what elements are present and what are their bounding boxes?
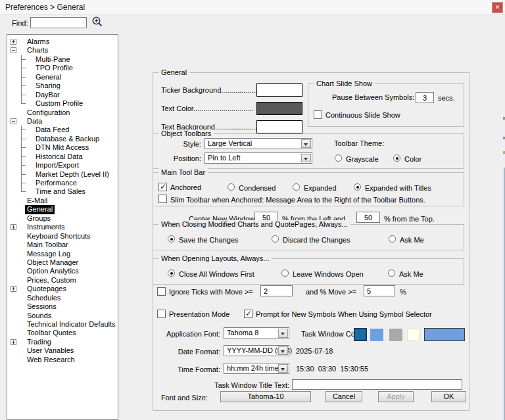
tree-item-alarms[interactable]: Alarms bbox=[7, 37, 118, 46]
tree-item-performance[interactable]: Performance bbox=[7, 179, 118, 187]
chevron-down-icon[interactable] bbox=[301, 154, 311, 162]
tree-item-message-log[interactable]: Message Log bbox=[7, 250, 118, 258]
tree-item-quotepages[interactable]: Quotepages bbox=[7, 285, 118, 293]
tree-branch-tick bbox=[22, 147, 26, 148]
tree-item-data-feed[interactable]: Data Feed bbox=[7, 126, 118, 134]
anchored-label: Anchored bbox=[170, 183, 201, 192]
tree-item-web-research[interactable]: Web Research bbox=[7, 356, 118, 364]
text-background-swatch[interactable] bbox=[256, 120, 302, 133]
grayscale-radio[interactable] bbox=[335, 154, 342, 162]
tree-branch-tick bbox=[22, 156, 26, 157]
close-all-windows-radio[interactable] bbox=[168, 269, 175, 277]
slim-toolbar-checkbox[interactable] bbox=[158, 195, 167, 203]
tree-toggle-plus-icon[interactable] bbox=[11, 39, 16, 45]
cancel-button[interactable]: Cancel bbox=[325, 391, 362, 402]
tree-item-tpo-profile[interactable]: TPO Profile bbox=[7, 64, 118, 72]
tree-item-market-depth-level-ii[interactable]: Market Depth (Level II) bbox=[7, 170, 118, 179]
tree-toggle-minus-icon[interactable] bbox=[11, 47, 16, 53]
ok-button[interactable]: OK bbox=[431, 391, 466, 402]
chevron-down-icon[interactable] bbox=[278, 364, 288, 373]
tree-item-dtn-mkt-access[interactable]: DTN Mkt Access bbox=[7, 143, 118, 152]
tree-item-label: Schedules bbox=[27, 294, 60, 302]
opening-ask-me-radio[interactable] bbox=[388, 269, 395, 277]
task-color-swatch-4[interactable] bbox=[407, 329, 420, 341]
tree-item-technical-indicator-defaults[interactable]: Technical Indicator Defaults bbox=[7, 320, 118, 329]
color-radio[interactable] bbox=[393, 154, 400, 162]
tree-item-prices-custom[interactable]: Prices, Custom bbox=[7, 276, 118, 285]
prompt-new-symbols-checkbox[interactable] bbox=[244, 310, 252, 318]
tree-item-instruments[interactable]: Instruments bbox=[7, 223, 118, 231]
date-format-dropdown[interactable]: YYYY-MM-DD (ISO) bbox=[224, 345, 289, 356]
tree-item-sounds[interactable]: Sounds bbox=[7, 312, 118, 320]
grayscale-label: Grayscale bbox=[346, 155, 379, 164]
tree-item-sharing[interactable]: Sharing bbox=[7, 82, 118, 90]
ticker-background-swatch[interactable] bbox=[256, 83, 302, 97]
style-dropdown[interactable]: Large Vertical bbox=[204, 138, 312, 149]
chevron-down-icon[interactable] bbox=[301, 139, 311, 148]
tree-item-groups[interactable]: Groups bbox=[7, 214, 118, 223]
tree-item-import-export[interactable]: Import/Export bbox=[7, 161, 118, 170]
ignore-move-input[interactable] bbox=[260, 285, 293, 296]
tree-item-general[interactable]: General bbox=[7, 73, 118, 82]
presentation-mode-checkbox[interactable] bbox=[157, 310, 166, 318]
tree-item-configuration[interactable]: Configuration bbox=[7, 108, 118, 117]
ignore-ticks-checkbox[interactable] bbox=[157, 287, 166, 296]
tree-item-custom-profile[interactable]: Custom Profile bbox=[7, 99, 118, 108]
tree-toggle-minus-icon[interactable] bbox=[11, 118, 16, 124]
tree-item-toolbar-quotes[interactable]: Toolbar Quotes bbox=[7, 329, 118, 337]
search-zoom-icon[interactable] bbox=[91, 16, 103, 28]
save-changes-radio[interactable] bbox=[168, 235, 175, 243]
tree-item-time-and-sales[interactable]: Time and Sales bbox=[7, 187, 118, 196]
tree-item-label: DayBar bbox=[36, 91, 60, 99]
task-color-swatch-2[interactable] bbox=[370, 329, 383, 341]
condensed-radio[interactable] bbox=[228, 183, 235, 191]
position-label: Position: bbox=[158, 154, 201, 163]
find-input[interactable] bbox=[30, 17, 87, 28]
leave-windows-open-radio[interactable] bbox=[281, 269, 289, 277]
anchored-checkbox[interactable] bbox=[158, 183, 167, 191]
tree-item-daybar[interactable]: DayBar bbox=[7, 91, 118, 99]
font-and-size-button[interactable]: Tahoma-10 bbox=[220, 391, 311, 402]
position-dropdown[interactable]: Pin to Left bbox=[204, 152, 312, 164]
text-color-swatch[interactable] bbox=[256, 102, 302, 115]
task-window-title-input[interactable] bbox=[292, 379, 462, 390]
tree-item-general[interactable]: General bbox=[7, 205, 118, 214]
closing-ask-me-radio[interactable] bbox=[389, 235, 396, 243]
tree-item-multi-pane[interactable]: Multi-Pane bbox=[7, 55, 118, 64]
chevron-down-icon[interactable] bbox=[278, 346, 288, 355]
window-title: Preferences > General bbox=[5, 3, 85, 12]
tree-item-sessions[interactable]: Sessions bbox=[7, 302, 118, 311]
task-color-wide-swatch[interactable] bbox=[424, 328, 465, 341]
tree-item-object-manager[interactable]: Object Manager bbox=[7, 258, 118, 267]
expanded-radio[interactable] bbox=[293, 183, 300, 191]
expanded-with-titles-radio[interactable] bbox=[354, 183, 361, 191]
center-top-input[interactable] bbox=[356, 212, 380, 223]
tree-item-main-toolbar[interactable]: Main Toolbar bbox=[7, 241, 118, 249]
tree-item-historical-data[interactable]: Historical Data bbox=[7, 152, 118, 161]
tree-toggle-plus-icon[interactable] bbox=[11, 339, 16, 345]
pause-seconds-input[interactable] bbox=[416, 92, 434, 103]
tree-item-charts[interactable]: Charts bbox=[7, 46, 118, 55]
tree-toggle-plus-icon[interactable] bbox=[11, 286, 16, 292]
tree-item-keyboard-shortcuts[interactable]: Keyboard Shortcuts bbox=[7, 232, 118, 241]
tree-item-option-analytics[interactable]: Option Analytics bbox=[7, 267, 118, 275]
tree-toggle-plus-icon[interactable] bbox=[11, 224, 16, 230]
application-font-dropdown[interactable]: Tahoma 8 bbox=[224, 327, 289, 339]
discard-changes-radio[interactable] bbox=[272, 235, 279, 243]
tree-item-user-variables[interactable]: User Variables bbox=[7, 346, 118, 355]
ignore-percent-input[interactable] bbox=[364, 285, 395, 296]
task-window-title-label: Task Window Title Text: bbox=[185, 381, 289, 390]
tree-item-trading[interactable]: Trading bbox=[7, 338, 118, 346]
tree-item-e-mail[interactable]: E-Mail bbox=[7, 197, 118, 205]
tree-item-schedules[interactable]: Schedules bbox=[7, 294, 118, 302]
tree-item-label: Import/Export bbox=[36, 161, 79, 170]
chevron-down-icon[interactable] bbox=[278, 329, 288, 338]
tree-item-database-backup[interactable]: Database & Backup bbox=[7, 135, 118, 143]
apply-button[interactable]: Apply bbox=[378, 391, 414, 402]
tree-item-data[interactable]: Data bbox=[7, 117, 118, 126]
continuous-slide-show-checkbox[interactable] bbox=[314, 110, 322, 119]
close-icon[interactable]: ✕ bbox=[492, 2, 503, 13]
time-format-dropdown[interactable]: hh:mm 24h time bbox=[224, 363, 289, 374]
task-color-swatch-1[interactable] bbox=[354, 328, 367, 341]
task-color-swatch-3[interactable] bbox=[389, 329, 402, 341]
